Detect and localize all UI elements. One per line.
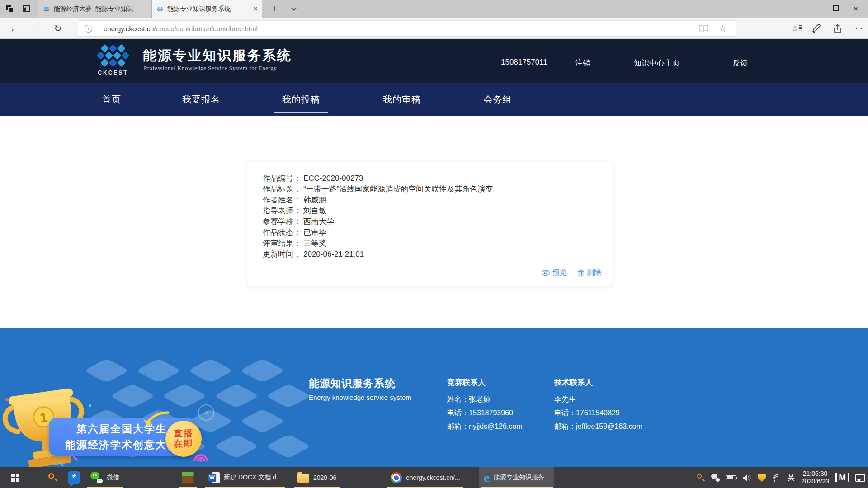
system-tray: 英 21:06:30 2020/6/23 M [697, 467, 865, 488]
annotate-pen-icon[interactable] [811, 24, 821, 33]
field-school: 参赛学校：西南大学 [263, 216, 493, 227]
taskbar-grass-block-app[interactable] [177, 467, 198, 488]
network-signal-icon[interactable] [772, 474, 781, 482]
submission-fields: 作品编号：ECC-2020-00273 作品标题：“一带一路”沿线国家能源消费的… [263, 173, 493, 260]
logo-text: CKCEST [90, 70, 136, 76]
field-work-title: 作品标题：“一带一路”沿线国家能源消费的空间关联性及其角色演变 [263, 184, 493, 195]
m-app-tray-icon[interactable]: M [835, 473, 849, 482]
eye-icon [542, 270, 550, 276]
new-tab-button[interactable]: + [268, 3, 281, 15]
grass-block-icon [182, 472, 194, 484]
url-text[interactable]: energy.ckcest.cn/eneco/contribution/cont… [104, 25, 258, 33]
add-favorite-star-icon[interactable]: ☆ [719, 23, 726, 34]
footer-brand-subtitle: Energy knowledge service system [309, 394, 411, 401]
tech-contact-column: 技术联系人 李先生 电话：17611540829 邮箱：jefflee159@1… [554, 377, 642, 433]
contest-contact-title: 竞赛联系人 [447, 377, 523, 388]
tray-search-icon[interactable] [697, 474, 705, 482]
window-close-button[interactable]: × [844, 0, 867, 18]
browser-toolbar: ← → ↻ i energy.ckcest.cn/eneco/contribut… [0, 18, 868, 39]
restore-tabs-icon[interactable] [22, 4, 33, 14]
logout-link[interactable]: 注销 [575, 58, 590, 68]
back-button[interactable]: ← [7, 22, 22, 35]
tab-close-icon[interactable]: × [249, 5, 258, 14]
site-logo[interactable]: CKCEST [90, 44, 136, 76]
delete-label: 删除 [587, 268, 601, 277]
windows-logo-icon [11, 474, 19, 482]
nav-item-home[interactable]: 首页 [102, 83, 121, 116]
contest-contact-name: 姓名：张老师 [447, 393, 523, 406]
nav-item-my-submissions[interactable]: 我的投稿 [282, 83, 320, 116]
site-info-icon[interactable]: i [85, 25, 92, 33]
taskbar-edge-active[interactable]: e 能源专业知识服务... [479, 467, 554, 488]
nav-item-signup[interactable]: 我要报名 [182, 83, 220, 116]
star-icon: ☆ [791, 24, 799, 33]
site-favicon [156, 6, 164, 12]
preview-label: 预览 [552, 268, 567, 277]
tabs-set-aside-icon[interactable] [5, 4, 15, 14]
feedback-link[interactable]: 反馈 [732, 58, 748, 68]
page-footer: × 1 第六届全国大学生 能源经济学术创意大赛 直播 在即 能源知识服务系统 E… [0, 328, 868, 467]
taskbar-search-button[interactable] [43, 467, 62, 488]
nav-item-my-reviews[interactable]: 我的审稿 [383, 83, 421, 116]
action-center-icon[interactable] [855, 474, 865, 482]
submission-card: 作品编号：ECC-2020-00273 作品标题：“一带一路”沿线国家能源消费的… [247, 161, 613, 286]
volume-icon[interactable] [742, 474, 752, 482]
taskbar-asterisk-app[interactable]: * [63, 467, 85, 488]
site-subtitle: Professional Knowledge Service System fo… [144, 65, 277, 72]
browser-titlebar: 能源经济大赛_能源专业知识 能源专业知识服务系统 × + × [0, 0, 868, 18]
chrome-icon [391, 472, 402, 483]
confetti-dot [89, 404, 91, 407]
badge-line-1: 直播 [174, 428, 193, 439]
site-header: CKCEST 能源专业知识服务系统 Professional Knowledge… [0, 39, 868, 83]
share-icon[interactable] [833, 24, 842, 33]
search-icon [48, 473, 58, 483]
tray-wechat-icon[interactable] [711, 474, 720, 482]
forward-button[interactable]: → [29, 22, 43, 35]
taskbar-chrome[interactable]: energy.ckcest.cn/... [386, 467, 465, 488]
knowledge-center-home-link[interactable]: 知识中心主页 [634, 58, 680, 68]
window-minimize-button[interactable] [803, 0, 824, 18]
delete-button[interactable]: 删除 [578, 268, 601, 277]
nav-item-committee[interactable]: 会务组 [484, 83, 512, 116]
clock-date: 2020/6/23 [801, 478, 829, 485]
windows-taskbar: * 微信 W 新建 DOCX 文档.d... 2020-06 energy.ck… [0, 467, 868, 488]
taskbar-clock[interactable]: 21:06:30 2020/6/23 [801, 470, 829, 485]
browser-tab-inactive[interactable]: 能源经济大赛_能源专业知识 [38, 0, 152, 18]
reading-view-icon[interactable] [699, 25, 708, 32]
tech-contact-name: 李先生 [554, 393, 642, 406]
preview-button[interactable]: 预览 [542, 268, 567, 277]
address-bar[interactable]: i energy.ckcest.cn/eneco/contribution/co… [78, 20, 736, 37]
divider [98, 24, 98, 33]
input-language-indicator[interactable]: 英 [788, 473, 795, 483]
tab-list-chevron-icon[interactable] [291, 5, 296, 10]
tech-contact-phone: 电话：17611540829 [554, 406, 642, 420]
folder-icon [297, 474, 309, 483]
start-button[interactable] [5, 467, 25, 488]
browser-tab-active[interactable]: 能源专业知识服务系统 × [152, 0, 262, 18]
taskbar-wechat[interactable]: 微信 [86, 467, 124, 488]
contest-contact-email: 邮箱：nyjjds@126.com [447, 420, 523, 433]
confetti-dot [5, 398, 9, 401]
taskbar-folder[interactable]: 2020-06 [293, 467, 341, 488]
trash-icon [578, 269, 584, 277]
field-status: 作品状态：已审毕 [263, 227, 493, 238]
taskbar-wechat-label: 微信 [107, 474, 119, 482]
field-author: 作者姓名：韩威鹏 [263, 195, 493, 206]
url-path: /eneco/contribution/contribute.html [154, 25, 257, 33]
url-domain: energy.ckcest.cn [104, 25, 154, 33]
badge-line-2: 在即 [174, 439, 193, 449]
settings-more-icon[interactable]: ⋯ [855, 23, 863, 33]
field-result: 评审结果：三等奖 [263, 238, 493, 249]
favorites-hub-icon[interactable]: ☆ [791, 23, 799, 34]
taskbar-edge-label: 能源专业知识服务... [494, 474, 550, 482]
battery-icon[interactable] [726, 475, 736, 480]
asterisk-app-icon: * [68, 471, 80, 484]
refresh-button[interactable]: ↻ [51, 22, 65, 35]
taskbar-word-document[interactable]: W 新建 DOCX 文档.d... [203, 467, 286, 488]
security-shield-icon[interactable] [758, 474, 766, 482]
spiral-decoration [192, 449, 210, 464]
field-updated: 更新时间：2020-06-21 21:01 [263, 249, 493, 260]
tech-contact-email: 邮箱：jefflee159@163.com [554, 420, 642, 433]
window-restore-button[interactable] [824, 0, 844, 18]
contest-contact-phone: 电话：15318793960 [447, 406, 523, 420]
